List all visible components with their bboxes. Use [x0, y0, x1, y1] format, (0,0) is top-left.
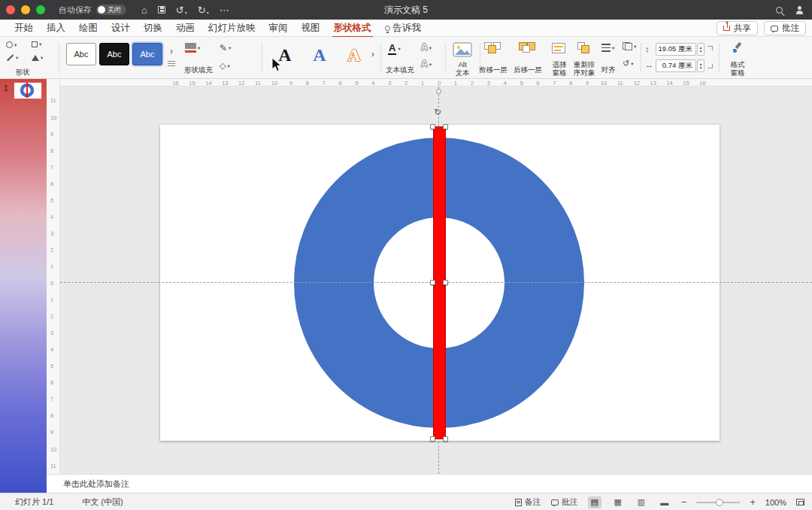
autosave-state: 关闭: [108, 5, 121, 15]
tab-slideshow[interactable]: 幻灯片放映: [205, 20, 259, 36]
undo-icon[interactable]: ↺▾: [176, 5, 187, 15]
ruler-tick-label: 1: [50, 296, 53, 303]
tab-insert[interactable]: 插入: [44, 20, 68, 36]
tab-home[interactable]: 开始: [11, 20, 36, 36]
zoom-level[interactable]: 100%: [765, 498, 786, 507]
text-style-gallery-expand-icon[interactable]: ›: [371, 49, 374, 59]
text-effects-button[interactable]: A▾: [421, 59, 432, 69]
tab-design[interactable]: 设计: [108, 20, 133, 36]
ruler-tick-label: 1: [50, 263, 53, 269]
text-fill-button[interactable]: A▾: [388, 43, 401, 55]
status-bar: 幻灯片 1/1 中文 (中国) 备注 批注 ▤ ▦ ▥ ▬ − + 100%: [0, 493, 812, 510]
tab-view[interactable]: 视图: [298, 20, 323, 36]
home-icon[interactable]: ⌂: [141, 5, 147, 15]
zoom-window-button[interactable]: [36, 5, 45, 14]
group-button[interactable]: ▾: [623, 42, 636, 50]
effects-icon: ◇: [220, 61, 226, 71]
reading-view-button[interactable]: ▥: [635, 496, 648, 508]
shape-fill-button[interactable]: ▾: [185, 43, 200, 53]
zoom-in-button[interactable]: +: [750, 496, 756, 508]
guide-handle-icon[interactable]: [436, 89, 441, 94]
handle-bottom-right[interactable]: [443, 436, 448, 442]
height-stepper[interactable]: ▲▼: [697, 43, 704, 56]
share-icon: [723, 26, 730, 31]
align-button[interactable]: ▾: [601, 44, 614, 52]
bring-forward-button[interactable]: [484, 42, 501, 55]
slide-thumbnail[interactable]: [14, 82, 42, 99]
shape-height-input[interactable]: 19.05 厘米: [656, 43, 696, 56]
width-stepper[interactable]: ▲▼: [697, 59, 704, 72]
zoom-slider[interactable]: [696, 502, 740, 503]
more-commands-icon[interactable]: ⋯: [220, 5, 229, 15]
share-button[interactable]: 共享: [717, 21, 758, 35]
fit-to-window-icon[interactable]: [796, 499, 804, 505]
selection-pane-button[interactable]: [552, 43, 565, 53]
comments-toggle-button[interactable]: 批注: [551, 496, 578, 508]
normal-view-button[interactable]: ▤: [588, 496, 601, 508]
close-window-button[interactable]: [6, 5, 15, 14]
ruler-tick-label: 16: [172, 80, 178, 87]
text-style-3[interactable]: A: [338, 41, 370, 68]
text-outline-button[interactable]: A▾: [421, 43, 432, 53]
autosave-toggle[interactable]: 关闭: [96, 5, 126, 15]
minimize-window-button[interactable]: [21, 5, 30, 14]
notes-toggle-button[interactable]: 备注: [515, 496, 541, 508]
vertical-ruler[interactable]: 111098765432101234567891011: [47, 79, 60, 474]
group-icon: [623, 42, 632, 50]
ruler-tick-label: 5: [520, 80, 523, 87]
notes-area[interactable]: 单击此处添加备注: [47, 474, 812, 493]
insert-shape-oval-button[interactable]: ▾: [6, 41, 17, 48]
text-style-2[interactable]: A: [304, 41, 335, 68]
rotate-icon: ↺: [623, 59, 629, 68]
editing-canvas[interactable]: ↻: [60, 87, 812, 474]
ruler-tick-label: 6: [50, 379, 53, 386]
handle-mid-right[interactable]: [443, 280, 448, 285]
tab-tell-me[interactable]: 告诉我: [382, 20, 425, 36]
format-pane-button[interactable]: [731, 42, 743, 54]
shape-effects-button[interactable]: ◇▾: [220, 61, 230, 71]
zoom-slider-knob[interactable]: [716, 499, 723, 506]
handle-mid-left[interactable]: [430, 280, 435, 285]
tab-draw[interactable]: 绘图: [76, 20, 101, 36]
handle-bottom-left[interactable]: [430, 436, 435, 442]
alt-text-button[interactable]: [453, 42, 472, 60]
redo-icon[interactable]: ↻▾: [198, 5, 209, 15]
handle-top-right[interactable]: [443, 124, 448, 129]
language-indicator[interactable]: 中文 (中国): [82, 496, 123, 508]
zoom-out-button[interactable]: −: [681, 496, 687, 508]
rotate-button[interactable]: ↺▾: [623, 59, 633, 68]
ribbon-tab-bar: 开始插入绘图设计切换动画幻灯片放映审阅视图形状格式告诉我 共享 批注: [0, 20, 812, 37]
insert-shape-rect-button[interactable]: ▾: [32, 41, 41, 47]
tab-shape-format[interactable]: 形状格式: [331, 20, 374, 36]
presenter-view-button[interactable]: ▬: [658, 496, 671, 508]
shape-style-2[interactable]: Abc: [99, 43, 129, 65]
shape-style-1[interactable]: Abc: [66, 43, 96, 65]
tab-review[interactable]: 审阅: [266, 20, 291, 36]
rotation-handle-icon[interactable]: ↻: [434, 107, 441, 117]
slide-sorter-view-button[interactable]: ▦: [611, 496, 625, 508]
ruler-tick-label: 11: [50, 97, 56, 104]
insert-shape-triangle-button[interactable]: ▾: [32, 55, 43, 61]
shape-style-3-selected[interactable]: Abc: [132, 43, 162, 65]
comments-button[interactable]: 批注: [764, 21, 806, 35]
horizontal-ruler[interactable]: 1615141312111098765432101234567891011121…: [60, 79, 812, 87]
handle-top-left[interactable]: [430, 124, 435, 129]
send-backward-button[interactable]: [519, 42, 535, 55]
picture-icon: [453, 42, 472, 57]
ruler-tick-label: 8: [50, 147, 53, 153]
style-gallery-more-icon[interactable]: [168, 61, 175, 66]
tab-transitions[interactable]: 切换: [141, 20, 165, 36]
style-gallery-expand-icon[interactable]: ›: [170, 46, 173, 56]
height-icon: ↕: [645, 44, 650, 53]
autosave-control[interactable]: 自动保存 关闭: [59, 5, 126, 16]
insert-shape-line-button[interactable]: ▾: [6, 55, 18, 61]
shape-outline-button[interactable]: ✎▾: [220, 43, 231, 53]
account-icon[interactable]: [795, 6, 804, 14]
search-icon[interactable]: [776, 7, 783, 14]
tab-animations[interactable]: 动画: [173, 20, 198, 36]
shape-width-input[interactable]: 0.74 厘米: [656, 59, 696, 72]
ruler-tick-label: 8: [569, 80, 572, 87]
save-icon[interactable]: [158, 6, 165, 14]
ruler-tick-label: 4: [50, 213, 53, 220]
reorder-objects-button[interactable]: [576, 42, 592, 55]
